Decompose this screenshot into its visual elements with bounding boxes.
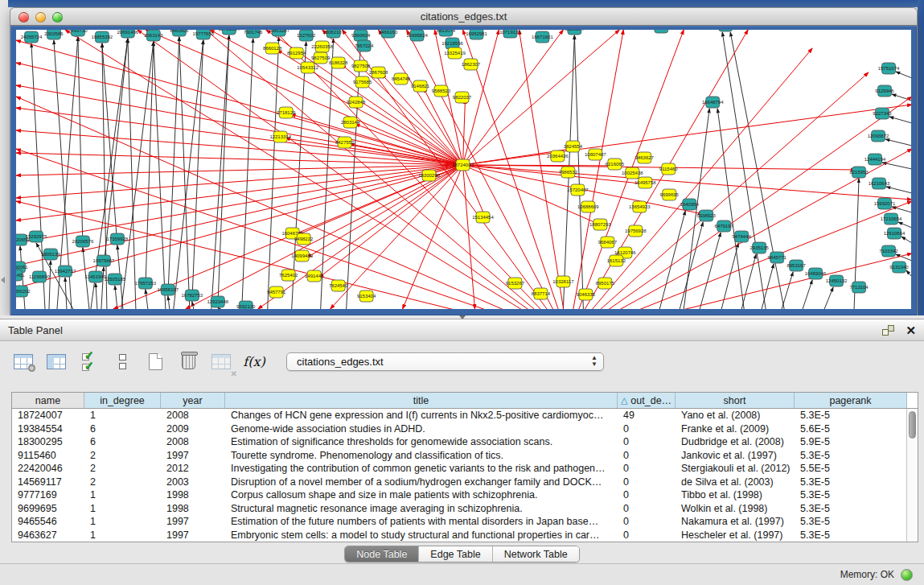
column-header-short[interactable]: short bbox=[676, 393, 795, 408]
table-cell: 2003 bbox=[161, 476, 225, 489]
column-header-name[interactable]: name bbox=[12, 393, 84, 408]
graph-node-label: 22260358 bbox=[311, 44, 333, 49]
table-cell: Wolkin et al. (1998) bbox=[676, 502, 795, 516]
table-cell: 5.6E-5 bbox=[795, 422, 907, 436]
table-row[interactable]: 977716911998Corpus callosum shape and si… bbox=[12, 488, 918, 502]
graph-node-label: 2935135 bbox=[750, 245, 770, 250]
table-cell: 0 bbox=[618, 502, 676, 516]
graph-node-label: 7824540 bbox=[329, 283, 348, 288]
table-cell: 0 bbox=[618, 476, 676, 489]
graph-node-label: 20206576 bbox=[72, 239, 94, 244]
table-cell: 18724007 bbox=[12, 409, 84, 422]
table-select-dropdown[interactable]: citations_edges.txt ▲▼ bbox=[286, 352, 604, 371]
table-panel: Table Panel ✕ ✓ ✓ ✕ f(x) bbox=[0, 319, 924, 563]
column-header-out_de[interactable]: △out_de… bbox=[618, 393, 676, 408]
table-row[interactable]: 1456911722003Disruption of a novel membe… bbox=[12, 476, 918, 489]
view-mode-icon[interactable] bbox=[110, 348, 134, 374]
network-canvas[interactable]: 2405572423035867493710168553922069140620… bbox=[16, 30, 911, 309]
table-row[interactable]: 911546021997Tourette syndrome. Phenomeno… bbox=[12, 449, 918, 463]
table-cell: 9465546 bbox=[12, 515, 84, 529]
float-panel-icon[interactable] bbox=[882, 325, 894, 336]
panel-collapse-icon[interactable] bbox=[1, 277, 5, 283]
graph-node-label: 15134454 bbox=[472, 215, 494, 220]
graph-node-label: 8953167 bbox=[786, 263, 806, 268]
graph-node-label: 9153404 bbox=[357, 294, 376, 299]
network-window-titlebar[interactable]: citations_edges.txt bbox=[10, 7, 918, 26]
table-cell: 1998 bbox=[161, 502, 225, 516]
zoom-window-icon[interactable] bbox=[52, 12, 63, 23]
column-header-in_degree[interactable]: in_degree bbox=[84, 393, 161, 408]
graph-node-label: 9242848 bbox=[347, 100, 366, 105]
graph-node-label: 20364436 bbox=[547, 154, 569, 159]
window-title: citations_edges.txt bbox=[10, 10, 917, 23]
graph-node[interactable] bbox=[655, 30, 668, 33]
graph-node-label: 9146821 bbox=[411, 84, 430, 89]
table-cell: 2 bbox=[84, 462, 161, 476]
graph-node-label: 15721824 bbox=[218, 30, 240, 31]
graph-node-label: 1491440 bbox=[305, 274, 324, 278]
graph-node-label: 9592130 bbox=[236, 304, 256, 309]
graph-node-label: 17359928 bbox=[107, 237, 129, 241]
graph-node-label: 16210643 bbox=[869, 181, 890, 186]
show-columns-icon[interactable] bbox=[44, 348, 68, 374]
graph-node-label: 9115460 bbox=[659, 167, 679, 171]
close-window-icon[interactable] bbox=[18, 12, 29, 23]
column-header-year[interactable]: year bbox=[161, 393, 225, 408]
delete-table-icon[interactable] bbox=[176, 348, 200, 374]
table-cell: 1 bbox=[84, 409, 161, 422]
graph-node-label: 5905139 bbox=[41, 252, 60, 257]
minimize-window-icon[interactable] bbox=[35, 12, 46, 23]
table-cell: Tourette syndrome. Phenomenology and cla… bbox=[225, 449, 618, 463]
table-row[interactable]: 946362711997Embryonic stem cells: a mode… bbox=[12, 529, 918, 542]
graph-node-label: 16952981 bbox=[466, 31, 487, 36]
table-cell: 5.5E-5 bbox=[795, 462, 907, 476]
function-builder-icon[interactable]: f(x) bbox=[242, 348, 266, 374]
graph-node-label: 6479197 bbox=[715, 224, 734, 229]
table-row[interactable]: 1830029562008Estimation of significance … bbox=[12, 435, 918, 449]
graph-node-label: 16648794 bbox=[702, 100, 724, 105]
graph-node-label: 8130104 bbox=[565, 30, 585, 31]
graph-node-label: 10328117 bbox=[552, 279, 574, 284]
graph-node-label: 2063143 bbox=[144, 33, 163, 38]
table-row[interactable]: 946554611997Estimation of the future num… bbox=[12, 515, 918, 529]
tab-edge-table[interactable]: Edge Table bbox=[419, 546, 492, 562]
table-row[interactable]: 1872400712008Changes of HCN gene express… bbox=[12, 409, 918, 422]
graph-node-label: 11156890 bbox=[29, 274, 50, 279]
graph-node-label: 9466160 bbox=[379, 30, 398, 35]
graph-node-label: 12450132 bbox=[826, 278, 848, 283]
new-table-icon[interactable] bbox=[143, 348, 167, 374]
scrollbar-thumb[interactable] bbox=[909, 411, 916, 439]
graph-node-label: 14099489 bbox=[291, 253, 313, 258]
graph-node-label: 10807487 bbox=[585, 152, 606, 157]
table-cell: 1 bbox=[84, 502, 161, 516]
table-cell: 5.3E-5 bbox=[795, 488, 907, 502]
tab-node-table[interactable]: Node Table bbox=[345, 546, 419, 562]
close-panel-icon[interactable]: ✕ bbox=[906, 325, 916, 336]
graph-node-label: 1615132 bbox=[607, 258, 626, 263]
table-settings-icon[interactable] bbox=[11, 348, 35, 374]
table-cell: Stergiakouli et al. (2012) bbox=[676, 462, 795, 476]
tab-network-table[interactable]: Network Table bbox=[493, 546, 579, 562]
graph-node-label: 15720407 bbox=[567, 187, 589, 192]
graph-node-label: 19218596 bbox=[441, 41, 463, 46]
column-header-pagerank[interactable]: pagerank bbox=[795, 393, 907, 408]
table-row[interactable]: 1938455462009Genome-wide association stu… bbox=[12, 422, 918, 436]
table-cell: 0 bbox=[618, 515, 676, 529]
table-cell: Dudbridge et al. (2008) bbox=[676, 435, 795, 449]
graph-node-label: 7103342 bbox=[879, 249, 898, 253]
graph-node-label: 9046335 bbox=[577, 292, 596, 297]
select-all-columns-icon[interactable]: ✓ ✓ bbox=[77, 348, 101, 374]
graph-node-label: 9153267 bbox=[506, 281, 525, 286]
graph-node-label: 17957253 bbox=[135, 281, 157, 286]
graph-node-label: 2803144 bbox=[341, 120, 360, 125]
table-cell: 1997 bbox=[161, 515, 225, 529]
table-row[interactable]: 969969511998Structural magnetic resonanc… bbox=[12, 502, 918, 516]
graph-node-label: 18807293 bbox=[589, 222, 611, 227]
graph-node-label: 18300295 bbox=[418, 173, 440, 178]
table-row[interactable]: 2242004622012Investigating the contribut… bbox=[12, 462, 918, 476]
graph-node[interactable] bbox=[719, 30, 733, 31]
graph-node-label: 10853287 bbox=[268, 30, 290, 33]
vertical-scrollbar[interactable] bbox=[906, 409, 918, 542]
table-cell: 5.3E-5 bbox=[795, 476, 907, 489]
column-header-title[interactable]: title bbox=[225, 393, 618, 408]
